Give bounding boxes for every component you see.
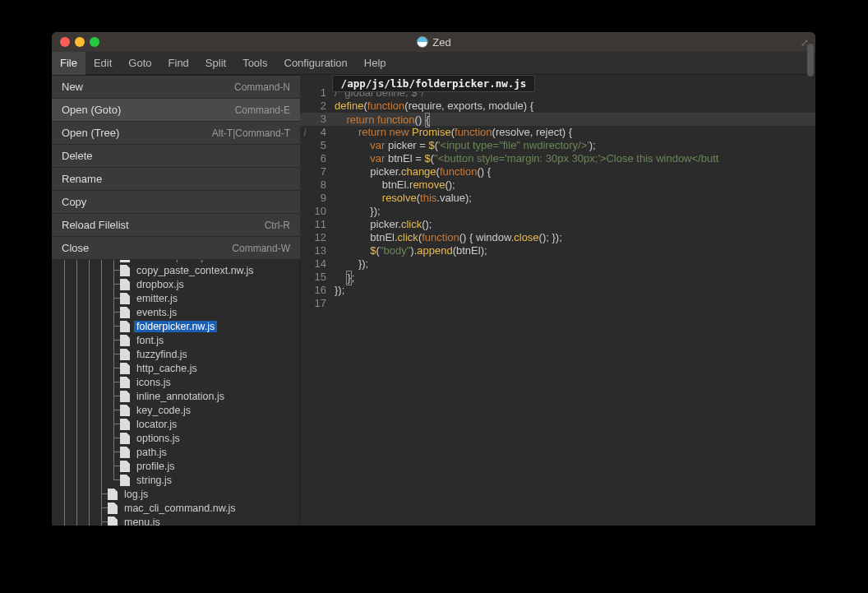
file-menu-item-close[interactable]: CloseCommand-W xyxy=(52,237,300,260)
tree-item-label: menu.js xyxy=(122,517,163,526)
menu-item-shortcut: Command-N xyxy=(234,81,290,93)
code-line[interactable]: 5 var picker = $('<input type="file" nwd… xyxy=(300,139,815,152)
menu-help[interactable]: Help xyxy=(356,52,395,75)
tree-file[interactable]: icons.js xyxy=(52,375,299,389)
code-line[interactable]: 3 return function() { xyxy=(300,113,815,126)
code-text[interactable]: btnEl.click(function() { window.close();… xyxy=(335,231,815,244)
file-menu-item-delete[interactable]: Delete xyxy=(52,145,300,168)
code-line[interactable]: 17 xyxy=(300,297,815,310)
menu-tools[interactable]: Tools xyxy=(234,52,275,75)
menu-item-label: Rename xyxy=(62,173,102,185)
file-tree[interactable]: autocomplete.jscopy_paste_context.nw.jsd… xyxy=(52,249,299,526)
minimize-window-button[interactable] xyxy=(75,37,85,47)
menu-item-label: Close xyxy=(62,242,89,254)
code-line[interactable]: 11 picker.click(); xyxy=(300,218,815,231)
gutter-state: i xyxy=(300,126,310,139)
file-icon xyxy=(120,419,130,430)
gutter-state xyxy=(300,257,310,271)
menu-configuration[interactable]: Configuration xyxy=(276,52,356,75)
tree-file[interactable]: font.js xyxy=(52,333,299,347)
code-text[interactable]: resolve(this.value); xyxy=(335,192,815,205)
code-line[interactable]: 12 btnEl.click(function() { window.close… xyxy=(300,231,815,244)
titlebar: Zed ⤢ xyxy=(52,32,815,52)
app-window: Zed ⤢ FileEditGotoFindSplitToolsConfigur… xyxy=(52,32,815,526)
gutter-state xyxy=(300,100,310,113)
code-line[interactable]: 9 resolve(this.value); xyxy=(300,192,815,205)
editor-scrollbar[interactable] xyxy=(807,75,814,76)
tree-file[interactable]: copy_paste_context.nw.js xyxy=(52,263,299,277)
tree-file[interactable]: path.js xyxy=(52,445,299,459)
close-window-button[interactable] xyxy=(60,37,70,47)
line-number: 13 xyxy=(310,244,335,257)
code-text[interactable]: define(function(require, exports, module… xyxy=(335,100,815,113)
line-number: 2 xyxy=(310,100,335,113)
file-icon xyxy=(120,391,130,402)
menu-goto[interactable]: Goto xyxy=(120,52,159,75)
tree-item-label: copy_paste_context.nw.js xyxy=(134,265,256,276)
gutter-state xyxy=(300,231,310,244)
tree-file[interactable]: profile.js xyxy=(52,459,299,473)
tree-file[interactable]: events.js xyxy=(52,305,299,319)
tree-file[interactable]: http_cache.js xyxy=(52,361,299,375)
code-line[interactable]: 10 }); xyxy=(300,205,815,218)
code-editor[interactable]: 1/* global define, $*/2define(function(r… xyxy=(300,75,815,526)
file-menu-item-rename[interactable]: Rename xyxy=(52,168,300,191)
file-menu-item-reload-filelist[interactable]: Reload FilelistCtrl-R xyxy=(52,214,300,237)
menu-file[interactable]: File xyxy=(52,52,85,75)
code-text[interactable]: return function() { xyxy=(335,113,815,126)
gutter-state xyxy=(300,152,310,165)
tree-file[interactable]: key_code.js xyxy=(52,403,299,417)
line-number: 8 xyxy=(310,178,335,192)
line-number: 1 xyxy=(310,86,335,100)
app-logo-icon xyxy=(416,36,427,48)
menu-split[interactable]: Split xyxy=(197,52,234,75)
code-text[interactable]: picker.change(function() { xyxy=(335,165,815,178)
file-menu-item-copy[interactable]: Copy xyxy=(52,191,300,214)
menu-find[interactable]: Find xyxy=(160,52,197,75)
tree-file[interactable]: emitter.js xyxy=(52,291,299,305)
menubar: FileEditGotoFindSplitToolsConfigurationH… xyxy=(52,52,815,75)
tree-file[interactable]: dropbox.js xyxy=(52,277,299,291)
gutter-state xyxy=(300,297,310,310)
code-line[interactable]: 2define(function(require, exports, modul… xyxy=(300,100,815,113)
tree-file[interactable]: options.js xyxy=(52,431,299,445)
zoom-window-button[interactable] xyxy=(90,37,99,47)
code-text[interactable]: }); xyxy=(335,205,815,218)
code-text[interactable]: btnEl.remove(); xyxy=(335,178,815,192)
code-text[interactable]: var btnEl = $("<button style='margin: 30… xyxy=(335,152,815,165)
code-line[interactable]: 8 btnEl.remove(); xyxy=(300,178,815,192)
tree-file[interactable]: folderpicker.nw.js xyxy=(52,319,299,333)
tree-file[interactable]: inline_annotation.js xyxy=(52,389,299,403)
code-text[interactable]: return new Promise(function(resolve, rej… xyxy=(335,126,815,139)
code-line[interactable]: 16}); xyxy=(300,284,815,297)
line-number: 9 xyxy=(310,192,335,205)
file-menu-item-new[interactable]: NewCommand-N xyxy=(52,76,300,99)
tree-file[interactable]: log.js xyxy=(52,487,299,501)
code-line[interactable]: 7 picker.change(function() { xyxy=(300,165,815,178)
code-text[interactable]: }); xyxy=(335,284,815,297)
tree-file[interactable]: locator.js xyxy=(52,417,299,431)
code-line[interactable]: 15 }; xyxy=(300,271,815,284)
code-line[interactable]: 14 }); xyxy=(300,257,815,271)
code-text[interactable] xyxy=(335,297,815,310)
code-text[interactable]: $("body").append(btnEl); xyxy=(335,244,815,257)
menu-edit[interactable]: Edit xyxy=(85,52,120,75)
tree-file[interactable]: fuzzyfind.js xyxy=(52,347,299,361)
code-line[interactable]: 6 var btnEl = $("<button style='margin: … xyxy=(300,152,815,165)
code-text[interactable]: picker.click(); xyxy=(335,218,815,231)
file-menu-item-open-goto-[interactable]: Open (Goto)Command-E xyxy=(52,99,300,122)
tree-file[interactable]: string.js xyxy=(52,473,299,487)
tree-item-label: mac_cli_command.nw.js xyxy=(122,503,238,514)
code-text[interactable]: var picker = $('<input type="file" nwdir… xyxy=(335,139,815,152)
code-text[interactable]: }; xyxy=(335,271,815,284)
code-line[interactable]: 13 $("body").append(btnEl); xyxy=(300,244,815,257)
file-icon xyxy=(120,363,130,374)
menu-item-shortcut: Ctrl-R xyxy=(265,220,290,231)
code-text[interactable]: }); xyxy=(335,257,815,271)
tree-file[interactable]: mac_cli_command.nw.js xyxy=(52,501,299,515)
tree-file[interactable]: menu.js xyxy=(52,515,299,526)
code-line[interactable]: i4 return new Promise(function(resolve, … xyxy=(300,126,815,139)
file-menu-item-open-tree-[interactable]: Open (Tree)Alt-T|Command-T xyxy=(52,122,300,145)
line-number: 6 xyxy=(310,152,335,165)
file-icon xyxy=(120,279,130,290)
